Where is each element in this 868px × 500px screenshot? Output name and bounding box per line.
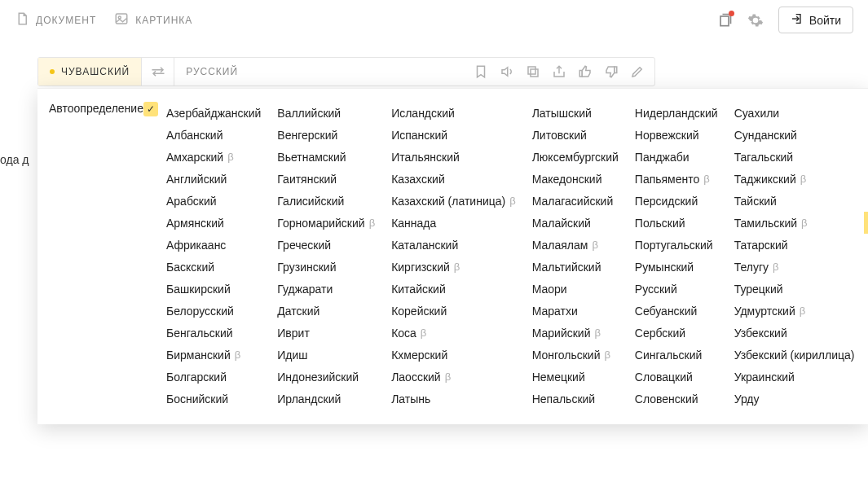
language-option[interactable]: Азербайджанский [160, 102, 267, 124]
language-option[interactable]: Амхарскийβ [160, 146, 267, 168]
language-option[interactable]: Телугуβ [728, 256, 861, 278]
share-icon[interactable] [552, 64, 566, 79]
language-option[interactable]: Белорусский [160, 300, 267, 322]
language-option[interactable]: Болгарский [160, 366, 267, 388]
language-option[interactable]: Словацкий [628, 366, 725, 388]
language-option[interactable]: Валлийский [271, 102, 381, 124]
tab-document[interactable]: ДОКУМЕНТ [15, 11, 96, 29]
language-option[interactable]: Горномарийскийβ [271, 212, 381, 234]
language-option[interactable]: Корейский [385, 300, 522, 322]
language-option[interactable]: Шведский [864, 234, 868, 256]
thumbs-up-icon[interactable] [578, 64, 593, 79]
language-option[interactable]: Русский [628, 278, 725, 300]
language-option[interactable]: Маори [526, 278, 625, 300]
language-option[interactable]: Таджикскийβ [728, 168, 861, 190]
language-option[interactable]: Панджаби [628, 146, 725, 168]
language-option[interactable]: Чувашский [864, 212, 868, 234]
source-language-selector[interactable]: ЧУВАШСКИЙ [38, 58, 142, 86]
language-option[interactable]: Узбекский (кириллица) [728, 344, 861, 366]
language-option[interactable]: Нидерландский [628, 102, 725, 124]
language-option[interactable]: Французский [864, 124, 868, 146]
language-option[interactable]: Испанский [385, 124, 522, 146]
language-option[interactable]: Португальский [628, 234, 725, 256]
language-option[interactable]: Румынский [628, 256, 725, 278]
thumbs-down-icon[interactable] [604, 64, 619, 79]
language-option[interactable]: Татарский [728, 234, 861, 256]
language-option[interactable]: Эмодзи [864, 300, 868, 322]
language-option[interactable]: Каталанский [385, 234, 522, 256]
language-option[interactable]: Удмуртскийβ [728, 300, 861, 322]
language-option[interactable]: Турецкий [728, 278, 861, 300]
language-option[interactable]: Узбекский [728, 322, 861, 344]
language-option[interactable]: Албанский [160, 124, 267, 146]
language-option[interactable]: Гуджарати [271, 278, 381, 300]
language-option[interactable]: Польский [628, 212, 725, 234]
language-option[interactable]: Эльфийский (синдарин) [864, 278, 868, 300]
language-option[interactable]: Эстонский [864, 344, 868, 366]
collections-button[interactable] [716, 12, 733, 29]
language-option[interactable]: Себуанский [628, 300, 725, 322]
language-option[interactable]: Украинский [728, 366, 861, 388]
target-language-selector[interactable]: РУССКИЙ [174, 66, 249, 77]
language-option[interactable]: Суахили [728, 102, 861, 124]
language-option[interactable]: Башкирский [160, 278, 267, 300]
tab-image[interactable]: КАРТИНКА [114, 11, 192, 29]
language-option[interactable]: Шотландский (гэльский) [864, 256, 868, 278]
language-option[interactable]: Немецкий [526, 366, 625, 388]
language-option[interactable]: Тайский [728, 190, 861, 212]
language-option[interactable]: Малагасийский [526, 190, 625, 212]
swap-languages-button[interactable] [142, 58, 174, 86]
language-option[interactable]: Киргизскийβ [385, 256, 522, 278]
language-option[interactable]: Идиш [271, 344, 381, 366]
language-option[interactable]: Малаяламβ [526, 234, 625, 256]
language-option[interactable]: Гаитянский [271, 168, 381, 190]
language-option[interactable]: Мальтийский [526, 256, 625, 278]
language-option[interactable]: Марийскийβ [526, 322, 625, 344]
language-option[interactable]: Литовский [526, 124, 625, 146]
language-option[interactable]: Сунданский [728, 124, 861, 146]
language-option[interactable]: Сингальский [628, 344, 725, 366]
language-option[interactable]: Урду [728, 388, 861, 410]
copy-icon[interactable] [526, 64, 540, 79]
language-option[interactable]: Косаβ [385, 322, 522, 344]
language-option[interactable]: Арабский [160, 190, 267, 212]
language-option[interactable]: Латышский [526, 102, 625, 124]
language-option[interactable]: Английский [160, 168, 267, 190]
language-option[interactable]: Иврит [271, 322, 381, 344]
speaker-icon[interactable] [500, 64, 514, 79]
language-option[interactable]: Малайский [526, 212, 625, 234]
language-option[interactable]: Казахский (латиница)β [385, 190, 522, 212]
language-option[interactable]: Тамильскийβ [728, 212, 861, 234]
auto-detect-option[interactable]: Автоопределение [49, 102, 143, 115]
language-option[interactable]: Сербский [628, 322, 725, 344]
language-option[interactable]: Яванский [864, 366, 868, 388]
language-option[interactable]: Финский [864, 102, 868, 124]
language-option[interactable]: Исландский [385, 102, 522, 124]
language-option[interactable]: Монгольскийβ [526, 344, 625, 366]
language-option[interactable]: Кхмерский [385, 344, 522, 366]
language-option[interactable]: Ирландский [271, 388, 381, 410]
language-option[interactable]: Венгерский [271, 124, 381, 146]
language-option[interactable]: Вьетнамский [271, 146, 381, 168]
language-option[interactable]: Итальянский [385, 146, 522, 168]
language-option[interactable]: Люксембургский [526, 146, 625, 168]
language-option[interactable]: Чешский [864, 190, 868, 212]
language-option[interactable]: Хорватский [864, 168, 868, 190]
language-option[interactable]: Датский [271, 300, 381, 322]
language-option[interactable]: Японский [864, 388, 868, 410]
language-option[interactable]: Грузинский [271, 256, 381, 278]
language-option[interactable]: Бенгальский [160, 322, 267, 344]
language-option[interactable]: Лаосскийβ [385, 366, 522, 388]
login-button[interactable]: Войти [778, 7, 853, 33]
language-option[interactable]: Эсперанто [864, 322, 868, 344]
language-option[interactable]: Хинди [864, 146, 868, 168]
language-option[interactable]: Папьяментоβ [628, 168, 725, 190]
language-option[interactable]: Непальский [526, 388, 625, 410]
language-option[interactable]: Словенский [628, 388, 725, 410]
language-option[interactable]: Баскский [160, 256, 267, 278]
bookmark-icon[interactable] [474, 64, 488, 79]
language-option[interactable]: Каннада [385, 212, 522, 234]
language-option[interactable]: Африкаанс [160, 234, 267, 256]
language-option[interactable]: Боснийский [160, 388, 267, 410]
language-option[interactable]: Персидский [628, 190, 725, 212]
